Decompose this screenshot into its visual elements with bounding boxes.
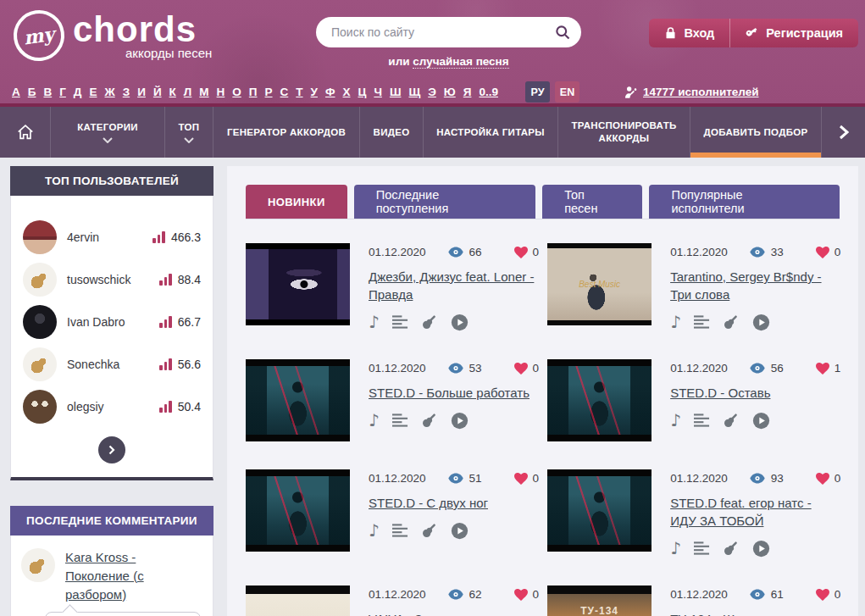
lang-en-button[interactable]: EN <box>555 81 579 103</box>
song-thumbnail[interactable] <box>246 243 350 325</box>
alphabet-letter[interactable]: У <box>311 86 318 98</box>
alphabet-letter[interactable]: Щ <box>408 86 420 98</box>
alphabet-letter[interactable]: К <box>169 86 176 98</box>
nav-guitar-tuning[interactable]: НАСТРОЙКА ГИТАРЫ <box>424 107 558 158</box>
nav-top[interactable]: ТОП <box>165 107 213 158</box>
alphabet-letter[interactable]: О <box>232 86 241 98</box>
nav-chord-generator[interactable]: ГЕНЕРАТОР АККОРДОВ <box>213 107 360 158</box>
nav-more[interactable] <box>822 107 865 158</box>
song-likes[interactable]: 0 <box>514 472 540 485</box>
song-thumbnail[interactable] <box>246 469 350 552</box>
lyrics-text-icon[interactable] <box>694 313 710 331</box>
play-icon[interactable] <box>752 411 770 430</box>
song-title-link[interactable]: STED.D - С двух ног <box>369 494 488 512</box>
chords-note-icon[interactable]: ♪ <box>369 411 380 430</box>
alphabet-letter[interactable]: Ш <box>390 86 402 98</box>
alphabet-letter[interactable]: Я <box>463 86 472 98</box>
alphabet-letter[interactable]: З <box>123 86 130 98</box>
song-likes[interactable]: 0 <box>816 472 841 485</box>
avatar[interactable] <box>23 220 57 254</box>
avatar[interactable] <box>23 347 57 381</box>
alphabet-letter[interactable]: А <box>12 86 20 98</box>
lyrics-text-icon[interactable] <box>392 521 408 540</box>
tab-new[interactable]: НОВИНКИ <box>246 185 347 219</box>
lang-ru-button[interactable]: РУ <box>525 81 550 103</box>
play-icon[interactable] <box>752 539 770 558</box>
alphabet-letter[interactable]: Р <box>265 86 273 98</box>
song-likes[interactable]: 0 <box>514 362 540 375</box>
guitar-icon[interactable] <box>723 313 740 331</box>
chords-note-icon[interactable]: ♪ <box>670 539 681 558</box>
alphabet-letter[interactable]: Ф <box>325 86 335 98</box>
guitar-icon[interactable] <box>421 313 438 331</box>
tab-latest-additions[interactable]: Последние поступления <box>354 185 536 219</box>
alphabet-letter[interactable]: Ц <box>358 86 367 98</box>
alphabet-letter[interactable]: Х <box>342 86 350 98</box>
chords-note-icon[interactable]: ♪ <box>369 521 380 540</box>
more-users-button[interactable] <box>98 436 125 463</box>
song-thumbnail[interactable] <box>547 469 652 552</box>
alphabet-letter[interactable]: Э <box>428 86 436 98</box>
alphabet-letter[interactable]: Л <box>184 86 191 98</box>
song-thumbnail[interactable] <box>246 359 350 441</box>
alphabet-letter[interactable]: В <box>43 86 52 98</box>
chords-note-icon[interactable]: ♪ <box>670 411 681 430</box>
avatar[interactable] <box>23 263 57 297</box>
comment-text-bubble[interactable]: Лучше поменять на тональ... <box>45 612 201 616</box>
tab-popular-artists[interactable]: Популярные исполнители <box>649 185 840 219</box>
alphabet-letter[interactable]: Е <box>89 86 97 98</box>
alphabet-letter[interactable]: Й <box>153 86 162 98</box>
search-button[interactable] <box>549 19 576 45</box>
tab-top-songs[interactable]: Топ песен <box>542 185 642 219</box>
user-name-link[interactable]: Ivan Dabro <box>67 315 149 329</box>
avatar[interactable] <box>23 390 57 424</box>
guitar-icon[interactable] <box>421 521 438 540</box>
avatar[interactable] <box>23 305 57 339</box>
song-likes[interactable]: 0 <box>816 588 841 601</box>
song-title-link[interactable]: ТУ-134 - Жизнь <box>670 610 761 616</box>
song-thumbnail[interactable] <box>246 585 350 616</box>
user-name-link[interactable]: olegsiy <box>67 400 149 413</box>
song-likes[interactable]: 0 <box>514 246 540 258</box>
alphabet-letter[interactable]: Т <box>296 86 302 98</box>
random-song-link[interactable]: случайная песня <box>413 55 508 69</box>
search-input[interactable] <box>316 17 581 47</box>
alphabet-letter[interactable]: Н <box>217 86 225 98</box>
logo[interactable]: my chords аккорды песен <box>14 10 212 61</box>
user-name-link[interactable]: Sonechka <box>67 358 149 371</box>
song-likes[interactable]: 0 <box>514 588 540 601</box>
nav-home[interactable] <box>0 107 51 158</box>
song-title-link[interactable]: Tarantino, Sergey Br$ndy - Три слова <box>670 268 840 303</box>
play-icon[interactable] <box>451 411 469 430</box>
lyrics-text-icon[interactable] <box>694 411 710 430</box>
song-thumbnail[interactable]: Best Music <box>547 243 652 325</box>
alphabet-letter[interactable]: Ж <box>105 86 115 98</box>
lyrics-text-icon[interactable] <box>392 411 408 430</box>
alphabet-letter[interactable]: Б <box>28 86 36 98</box>
guitar-icon[interactable] <box>723 411 740 430</box>
lyrics-text-icon[interactable] <box>694 539 710 558</box>
song-title-link[interactable]: STED.D - Больше работать <box>369 384 530 402</box>
performers-count-link[interactable]: 14777 исполнителей <box>624 85 759 100</box>
alphabet-letter[interactable]: П <box>249 86 258 98</box>
guitar-icon[interactable] <box>421 411 438 430</box>
user-name-link[interactable]: tusowschick <box>67 273 149 286</box>
alphabet-letter[interactable]: М <box>199 86 208 98</box>
user-name-link[interactable]: 4ervin <box>67 230 142 244</box>
nav-categories[interactable]: КАТЕГОРИИ <box>51 107 165 158</box>
lyrics-text-icon[interactable] <box>392 313 408 331</box>
alphabet-letter-digits[interactable]: 0..9 <box>479 86 498 98</box>
song-title-link[interactable]: Джезби, Джизус feat. Loner - Правда <box>369 268 539 303</box>
alphabet-letter[interactable]: С <box>280 86 289 98</box>
song-thumbnail[interactable]: ТУ-134 ЖИЗНЬ <box>547 585 652 616</box>
song-title-link[interactable]: STED.D feat. егор натс - ИДУ ЗА ТОБОЙ <box>670 494 840 530</box>
song-thumbnail[interactable] <box>547 359 652 441</box>
nav-video[interactable]: ВИДЕО <box>360 107 424 158</box>
login-button[interactable]: Вход <box>649 19 730 47</box>
alphabet-letter[interactable]: Ч <box>374 86 382 98</box>
song-title-link[interactable]: STED.D - Оставь <box>670 384 770 402</box>
play-icon[interactable] <box>451 313 469 331</box>
song-likes[interactable]: 1 <box>816 362 841 375</box>
alphabet-letter[interactable]: Г <box>59 86 66 98</box>
play-icon[interactable] <box>752 313 770 331</box>
